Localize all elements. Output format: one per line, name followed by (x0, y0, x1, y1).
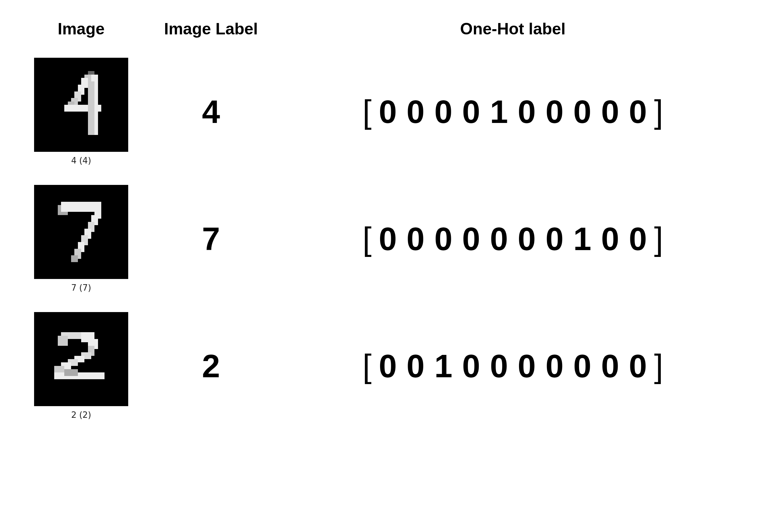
bracket-close: ] (652, 347, 665, 385)
image-caption: 7 (7) (71, 283, 91, 293)
svg-rect-24 (58, 336, 68, 346)
onehot-bit: 0 (458, 347, 485, 385)
svg-rect-10 (88, 81, 95, 135)
onehot-bit: 0 (541, 347, 568, 385)
onehot-bit: 0 (597, 220, 624, 258)
onehot-bit: 1 (485, 93, 513, 130)
onehot-bit: 0 (625, 93, 652, 130)
image-caption: 2 (2) (71, 410, 91, 420)
class-label: 4 (149, 93, 273, 130)
onehot-bit: 0 (597, 347, 624, 385)
onehot-bit: 0 (541, 220, 568, 258)
onehot-vector: [ 0 0 0 0 1 0 0 0 0 0 ] (286, 93, 740, 130)
onehot-bit: 0 (569, 347, 596, 385)
header-onehot: One-Hot label (286, 19, 740, 38)
image-caption: 4 (4) (71, 156, 91, 165)
bracket-open: [ (360, 347, 373, 385)
bracket-close: ] (652, 93, 665, 130)
svg-rect-34 (64, 369, 78, 376)
table-row: 7 (7) (26, 185, 136, 293)
mnist-digit-image (34, 312, 128, 406)
onehot-bit: 1 (430, 347, 457, 385)
onehot-bit: 0 (625, 347, 652, 385)
onehot-bit: 0 (458, 93, 485, 130)
bracket-open: [ (360, 220, 373, 258)
svg-rect-21 (71, 256, 78, 262)
onehot-bit: 0 (374, 93, 402, 130)
onehot-bit: 0 (569, 93, 596, 130)
onehot-bit: 1 (569, 220, 596, 258)
onehot-bit: 0 (402, 93, 430, 130)
onehot-encoding-table: Image Image Label One-Hot label 4 (4) 4 … (26, 19, 740, 420)
onehot-vector: [ 0 0 1 0 0 0 0 0 0 0 ] (286, 347, 740, 385)
header-label: Image Label (149, 19, 273, 38)
class-label: 7 (149, 220, 273, 258)
onehot-bit: 0 (402, 220, 430, 258)
table-row: 2 (2) (26, 312, 136, 420)
header-image: Image (26, 19, 136, 38)
onehot-bit: 0 (485, 220, 513, 258)
mnist-digit-image (34, 58, 128, 152)
onehot-bit: 0 (374, 220, 402, 258)
onehot-bit: 0 (513, 93, 541, 130)
onehot-bit: 0 (374, 347, 402, 385)
mnist-digit-image (34, 185, 128, 279)
svg-rect-33 (54, 372, 104, 379)
svg-rect-11 (34, 185, 128, 279)
bracket-close: ] (652, 220, 665, 258)
onehot-bit: 0 (513, 347, 541, 385)
onehot-bit: 0 (458, 220, 485, 258)
onehot-bit: 0 (430, 220, 457, 258)
table-row: 4 (4) (26, 58, 136, 165)
onehot-bit: 0 (513, 220, 541, 258)
onehot-bit: 0 (541, 93, 568, 130)
bracket-open: [ (360, 93, 373, 130)
onehot-bit: 0 (485, 347, 513, 385)
onehot-bit: 0 (625, 220, 652, 258)
onehot-bit: 0 (402, 347, 430, 385)
class-label: 2 (149, 347, 273, 385)
onehot-vector: [ 0 0 0 0 0 0 0 1 0 0 ] (286, 220, 740, 258)
onehot-bit: 0 (430, 93, 457, 130)
onehot-bit: 0 (597, 93, 624, 130)
